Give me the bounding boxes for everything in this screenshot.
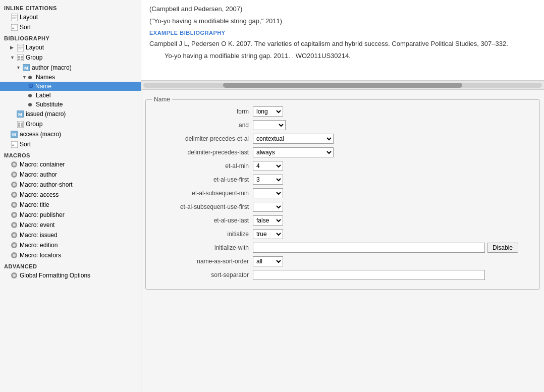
- label-delimiter-et-al: delimiter-precedes-et-al: [152, 135, 253, 142]
- sidebar-item-macro-container[interactable]: Macro: container: [0, 159, 141, 170]
- sidebar-label-macro-publisher: Macro: publisher: [20, 211, 65, 218]
- section-header-advanced: ADVANCED: [0, 260, 141, 270]
- sidebar-label-access-macro: access (macro): [20, 131, 61, 138]
- sidebar-item-macro-locators[interactable]: Macro: locators: [0, 250, 141, 260]
- control-initialize-with: Disable: [253, 243, 518, 253]
- disable-button[interactable]: Disable: [487, 243, 518, 253]
- form-row-et-al-use-last: et-al-use-last false true: [152, 215, 533, 226]
- panel-title: Name: [152, 96, 172, 103]
- sidebar-item-bib-sort[interactable]: ≡ Sort: [0, 139, 141, 149]
- gear-icon-container: [10, 160, 18, 169]
- form-row-initialize: initialize true false: [152, 229, 533, 240]
- form-row-delimiter-last: delimiter-precedes-last always contextua…: [152, 147, 533, 158]
- form-row-et-al-use-first: et-al-use-first 3 1245: [152, 174, 533, 185]
- sidebar-item-substitute[interactable]: Substitute: [0, 100, 141, 109]
- svg-point-40: [13, 213, 16, 216]
- scrollbar-track[interactable]: [143, 83, 542, 88]
- sidebar-item-names[interactable]: ▼ Names: [0, 73, 141, 82]
- sidebar-label-label: Label: [36, 92, 50, 99]
- name-form-panel: Name form long short and text: [145, 96, 540, 290]
- input-initialize-with[interactable]: [253, 243, 485, 253]
- form-row-et-al-subsequent-min: et-al-subsequent-min 1234: [152, 188, 533, 199]
- sidebar-item-macro-author[interactable]: Macro: author: [0, 170, 141, 180]
- dot-name-selected: [28, 83, 33, 90]
- sidebar-label-inline-sort: Sort: [20, 24, 31, 31]
- select-et-al-subsequent-min[interactable]: 1234: [253, 188, 283, 198]
- sidebar-item-macro-access[interactable]: Macro: access: [0, 190, 141, 200]
- sidebar-item-global-formatting[interactable]: Global Formatting Options: [0, 270, 141, 281]
- control-et-al-min: 4 1235: [253, 161, 283, 171]
- label-initialize-with: initialize-with: [152, 244, 253, 251]
- label-et-al-use-first: et-al-use-first: [152, 176, 253, 183]
- form-row-name-as-sort-order: name-as-sort-order all none first: [152, 256, 533, 267]
- form-row-and: and text symbol: [152, 120, 533, 131]
- select-name-as-sort-order[interactable]: all none first: [253, 256, 283, 266]
- svg-point-17: [29, 84, 33, 88]
- sidebar-item-macro-publisher[interactable]: Macro: publisher: [0, 210, 141, 220]
- sidebar-item-macro-edition[interactable]: Macro: edition: [0, 240, 141, 250]
- label-delimiter-last: delimiter-precedes-last: [152, 149, 253, 156]
- sidebar-item-macro-author-short[interactable]: Macro: author-short: [0, 180, 141, 190]
- section-header-macros: MACROS: [0, 149, 141, 159]
- select-delimiter-et-al[interactable]: contextual always never after-inverted-n…: [253, 134, 334, 144]
- select-and[interactable]: text symbol: [253, 120, 286, 130]
- preview-area: (Campbell and Pedersen, 2007) ("Yo-yo ha…: [141, 0, 544, 81]
- gear-icon-title: [10, 201, 18, 209]
- gear-icon-locators: [10, 251, 18, 259]
- svg-text:M: M: [18, 112, 22, 117]
- scrollbar-thumb[interactable]: [223, 83, 462, 88]
- sidebar-item-bib-layout[interactable]: ▶ Layout: [0, 42, 141, 52]
- sidebar-label-bib-layout: Layout: [26, 44, 44, 51]
- sidebar-item-inline-sort[interactable]: ≡ Sort: [0, 22, 141, 32]
- select-initialize[interactable]: true false: [253, 229, 283, 239]
- sidebar-item-issued-macro[interactable]: M issued (macro): [0, 109, 141, 119]
- example-bib-header: EXAMPLE BIBLIOGRAPHY: [149, 30, 536, 36]
- control-et-al-subsequent-use-first: 1234: [253, 202, 283, 212]
- svg-rect-14: [21, 59, 23, 60]
- input-sort-separator[interactable]: [253, 270, 485, 280]
- gear-icon-issued: [10, 231, 18, 239]
- svg-rect-23: [18, 125, 20, 127]
- svg-rect-24: [21, 125, 23, 127]
- sidebar-label-macro-title: Macro: title: [20, 201, 49, 208]
- control-sort-separator: [253, 270, 485, 280]
- sidebar-label-author-macro: author (macro): [32, 64, 72, 71]
- select-et-al-use-last[interactable]: false true: [253, 215, 283, 226]
- sidebar-item-author-macro[interactable]: ▼ M author (macro): [0, 63, 141, 73]
- select-delimiter-last[interactable]: always contextual never after-inverted-n…: [253, 147, 334, 157]
- preview-line2: ("Yo-yo having a modifiable string gap,"…: [149, 16, 536, 26]
- sidebar-label-substitute: Substitute: [36, 101, 63, 108]
- svg-rect-11: [18, 56, 20, 58]
- sidebar-label-global-formatting: Global Formatting Options: [20, 272, 90, 279]
- svg-rect-13: [18, 59, 20, 60]
- sidebar-label-macro-author-short: Macro: author-short: [20, 181, 73, 188]
- sidebar-item-name[interactable]: Name: [0, 82, 141, 91]
- form-row-et-al-min: et-al-min 4 1235: [152, 160, 533, 172]
- gear-icon-author: [10, 171, 18, 179]
- select-form[interactable]: long short: [253, 106, 283, 117]
- gear-icon-access: [10, 191, 18, 199]
- preview-bib2: Yo-yo having a modifiable string gap. 20…: [149, 51, 536, 61]
- select-et-al-min[interactable]: 4 1235: [253, 161, 283, 171]
- select-et-al-subsequent-use-first[interactable]: 1234: [253, 202, 283, 212]
- select-et-al-use-first[interactable]: 3 1245: [253, 175, 283, 185]
- sidebar-item-inline-layout[interactable]: Layout: [0, 12, 141, 22]
- gear-icon-global: [10, 271, 18, 279]
- sidebar-item-label[interactable]: Label: [0, 91, 141, 100]
- gear-icon-event: [10, 221, 18, 229]
- section-inline-citations: INLINE CITATIONS Layout ≡ Sort: [0, 2, 141, 32]
- section-header-inline-citations: INLINE CITATIONS: [0, 2, 141, 12]
- svg-point-48: [13, 254, 16, 257]
- sidebar-label-group2: Group: [26, 121, 42, 128]
- scrollbar-area: [141, 81, 544, 90]
- sidebar-item-access-macro[interactable]: M access (macro): [0, 129, 141, 139]
- sidebar-item-macro-issued[interactable]: Macro: issued: [0, 230, 141, 240]
- control-name-as-sort-order: all none first: [253, 256, 283, 266]
- sidebar-item-group2[interactable]: Group: [0, 119, 141, 129]
- sidebar-item-macro-event[interactable]: Macro: event: [0, 220, 141, 230]
- sidebar-item-bib-group[interactable]: ▼ Group: [0, 52, 141, 63]
- sidebar-item-macro-title[interactable]: Macro: title: [0, 200, 141, 210]
- svg-point-42: [13, 223, 16, 227]
- sort-icon: ≡: [10, 23, 18, 31]
- page-icon: [10, 13, 18, 21]
